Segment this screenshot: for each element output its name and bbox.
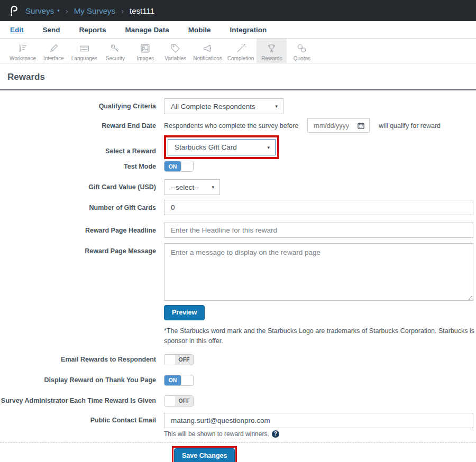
edit-icon-toolbar: Workspace Interface Languages Security I… (0, 39, 476, 63)
toolbar-item-rewards[interactable]: Rewards (257, 39, 287, 63)
toolbar-item-interface[interactable]: Interface (39, 39, 69, 63)
headline-row: Reward Page Headline (0, 223, 476, 238)
starbucks-disclaimer-text: *The Starbucks word mark and the Starbuc… (164, 326, 476, 347)
qualifying-criteria-label: Qualifying Criteria (99, 103, 156, 110)
end-date-input[interactable] (314, 122, 353, 130)
toggle-knob (164, 354, 176, 365)
completion-icon (235, 43, 246, 54)
select-caret-icon: ▾ (267, 145, 270, 150)
save-row: Save Changes (0, 446, 476, 462)
workspace-icon (17, 43, 28, 54)
toggle-knob (181, 375, 193, 385)
email-admin-toggle[interactable]: OFF (164, 395, 194, 406)
headline-label: Reward Page Headline (85, 227, 156, 234)
toggle-knob (164, 395, 176, 406)
toggle-on-state: ON (164, 161, 181, 171)
qualifying-criteria-select[interactable]: All Complete Respondents ▾ (164, 98, 283, 114)
rewards-form: Qualifying Criteria All Complete Respond… (0, 98, 476, 462)
test-mode-toggle[interactable]: ON (164, 161, 194, 172)
toolbar-item-quotas[interactable]: Quotas (287, 39, 317, 63)
gift-card-value-label: Gift Card Value (USD) (88, 183, 156, 191)
main-nav-tabs: Edit Send Reports Manage Data Mobile Int… (0, 21, 476, 39)
test-mode-row: Test Mode ON (0, 161, 476, 172)
tab-send[interactable]: Send (43, 26, 60, 34)
toolbar-item-languages[interactable]: Languages (69, 39, 100, 63)
title-divider (0, 89, 476, 90)
select-reward-highlight-box: Starbucks Gift Card ▾ (164, 135, 279, 159)
variables-icon (170, 43, 181, 54)
security-icon (109, 43, 121, 54)
toggle-on-state: ON (164, 375, 181, 385)
gift-card-value-row: Gift Card Value (USD) --select-- ▾ (0, 179, 476, 195)
select-caret-icon: ▾ (275, 104, 278, 109)
toolbar-item-notifications[interactable]: Notifications (190, 39, 224, 63)
tab-edit[interactable]: Edit (10, 26, 24, 34)
breadcrumb-surveys[interactable]: Surveys ▾ (25, 6, 60, 15)
calendar-icon (358, 122, 364, 129)
num-gift-cards-label: Number of Gift Cards (89, 204, 156, 211)
page-title: Rewards (7, 72, 469, 82)
select-reward-label: Select a Reward (105, 147, 156, 155)
preview-button[interactable]: Preview (164, 305, 205, 320)
select-reward-row: Select a Reward Starbucks Gift Card ▾ (0, 135, 476, 159)
breadcrumb: Surveys ▾ › My Surveys › test111 (25, 6, 154, 15)
breadcrumb-my-surveys[interactable]: My Surveys (74, 6, 115, 15)
num-gift-cards-input[interactable] (164, 200, 473, 215)
display-reward-row: Display Reward on Thank You Page ON (0, 375, 476, 386)
message-row: Reward Page Message (0, 243, 476, 301)
message-label: Reward Page Message (85, 247, 156, 255)
end-date-suffix-text: will qualify for reward (379, 122, 441, 130)
tab-mobile[interactable]: Mobile (188, 26, 211, 34)
rewards-icon (266, 43, 277, 54)
toggle-knob (181, 161, 193, 171)
breadcrumb-current-survey: test111 (130, 6, 154, 15)
tab-integration[interactable]: Integration (230, 26, 267, 34)
email-rewards-toggle[interactable]: OFF (164, 354, 194, 365)
toolbar-item-workspace[interactable]: Workspace (7, 39, 39, 63)
message-textarea[interactable] (164, 243, 473, 301)
quotas-icon (296, 43, 307, 54)
questionpro-logo-icon[interactable] (7, 3, 21, 18)
email-admin-label: Email Survey Administrator Each Time Rew… (0, 397, 156, 404)
select-reward-select[interactable]: Starbucks Gift Card ▾ (168, 139, 276, 155)
public-email-label: Public Contact Email (90, 417, 156, 424)
disclaimer-row: *The Starbucks word mark and the Starbuc… (0, 326, 476, 347)
footer-divider (0, 442, 476, 443)
gift-card-value-select[interactable]: --select-- ▾ (164, 179, 220, 195)
headline-input[interactable] (164, 223, 473, 238)
toolbar-item-security[interactable]: Security (100, 39, 130, 63)
select-caret-icon: ▾ (212, 184, 214, 190)
help-icon[interactable]: ? (272, 430, 279, 438)
qualifying-criteria-row: Qualifying Criteria All Complete Respond… (0, 98, 476, 114)
end-date-prefix-text: Respondents who complete the survey befo… (164, 122, 298, 130)
tab-manage-data[interactable]: Manage Data (125, 26, 169, 34)
tab-reports[interactable]: Reports (79, 26, 106, 34)
public-email-input[interactable] (164, 413, 473, 428)
email-rewards-row: Email Rewards to Respondent OFF (0, 354, 476, 365)
public-email-helper-text: This will be shown to reward winners. ? (164, 430, 279, 438)
end-date-field[interactable] (307, 118, 370, 133)
display-reward-label: Display Reward on Thank You Page (44, 376, 156, 384)
email-rewards-label: Email Rewards to Respondent (61, 356, 156, 363)
num-gift-cards-row: Number of Gift Cards (0, 200, 476, 215)
notifications-icon (202, 43, 213, 54)
display-reward-toggle[interactable]: ON (164, 375, 194, 386)
toolbar-item-variables[interactable]: Variables (160, 39, 190, 63)
test-mode-label: Test Mode (124, 163, 156, 170)
save-changes-button[interactable]: Save Changes (174, 448, 235, 462)
public-email-row: Public Contact Email (0, 413, 476, 428)
breadcrumb-separator-icon: › (121, 6, 124, 15)
toolbar-item-completion[interactable]: Completion (225, 39, 257, 63)
toolbar-item-images[interactable]: Images (130, 39, 160, 63)
breadcrumb-separator-icon: › (66, 6, 68, 15)
images-icon (140, 43, 151, 54)
reward-end-date-row: Reward End Date Respondents who complete… (0, 118, 476, 133)
toggle-off-state: OFF (175, 355, 193, 365)
public-email-helper-row: This will be shown to reward winners. ? (0, 430, 476, 438)
reward-end-date-label: Reward End Date (102, 122, 156, 130)
preview-row: Preview (0, 305, 476, 320)
save-highlight-box: Save Changes (172, 446, 237, 462)
chevron-down-icon: ▾ (57, 8, 60, 13)
interface-icon (48, 43, 59, 54)
languages-icon (79, 43, 90, 54)
